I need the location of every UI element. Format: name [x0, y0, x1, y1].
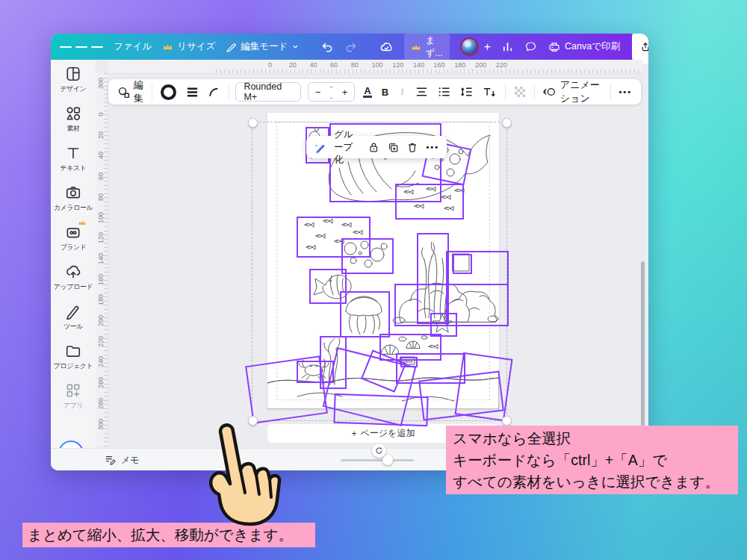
sidebar-item-design[interactable]: デザイン	[51, 60, 96, 99]
selection-handle-bottom-right[interactable]	[502, 416, 512, 426]
hamburger-menu-icon[interactable]	[60, 44, 103, 50]
plus-icon: +	[352, 429, 357, 439]
magic-edit-icon[interactable]	[314, 141, 326, 154]
selection-handle-top-right[interactable]	[502, 118, 512, 128]
crown-icon	[78, 219, 87, 226]
selection-box-fish-school-b[interactable]	[395, 184, 464, 220]
color-ring-button[interactable]	[159, 83, 178, 102]
selection-box-bubbles-c[interactable]	[341, 238, 394, 274]
ruler-number: 0	[97, 109, 105, 119]
share-button[interactable]: 共有	[632, 34, 648, 63]
comment-button[interactable]	[524, 40, 537, 53]
sidebar-item-label: アップロード	[54, 282, 93, 292]
ruler-number: 60	[97, 171, 105, 181]
animation-button[interactable]: アニメーション	[542, 77, 604, 107]
font-size-stepper[interactable]: − -- +	[308, 82, 356, 102]
transparency-button[interactable]	[512, 84, 527, 99]
selection-box-sand-6[interactable]	[454, 352, 512, 422]
pointing-hand-graphic	[196, 418, 287, 530]
more-options-button[interactable]: •••	[617, 86, 633, 98]
italic-button[interactable]: I	[397, 84, 407, 99]
selection-box-sand-4[interactable]	[333, 393, 428, 426]
ruler-number: 280	[97, 399, 105, 409]
increase-font-button[interactable]: +	[342, 87, 348, 98]
edit-mode-menu[interactable]: 編集モード	[226, 40, 300, 53]
ruler-number: 160	[97, 275, 105, 285]
align-button[interactable]	[414, 84, 430, 99]
sidebar-item-elements[interactable]: 素材	[51, 99, 96, 139]
text-icon	[65, 145, 81, 161]
resize-menu[interactable]: リサイズ	[162, 40, 215, 53]
sidebar-item-label: アプリ	[63, 401, 83, 411]
camera-roll-icon	[65, 184, 81, 201]
group-button[interactable]: グループ化	[334, 128, 360, 167]
ruler-number: 300	[97, 78, 105, 89]
notes-icon	[105, 455, 117, 465]
stroke-style-button[interactable]	[185, 85, 200, 99]
ruler-number: 100	[372, 61, 383, 69]
more-actions-button[interactable]: •••	[426, 143, 439, 152]
printer-icon	[548, 40, 561, 53]
sidebar-item-apps[interactable]: アプリ	[51, 376, 96, 416]
undo-button[interactable]	[320, 40, 334, 54]
insights-button[interactable]	[501, 40, 514, 53]
sidebar-item-uploads[interactable]: アップロード	[51, 258, 96, 297]
edit-icon	[117, 86, 130, 99]
sidebar-item-tools[interactable]: ツール	[51, 297, 96, 337]
duplicate-icon[interactable]	[387, 141, 399, 153]
elements-icon	[65, 105, 81, 122]
spacing-button[interactable]	[459, 84, 474, 99]
divider	[505, 84, 506, 99]
sidebar-item-camera-roll[interactable]: カメラロール	[51, 178, 96, 218]
animation-icon	[543, 86, 557, 98]
sidebar-item-label: デザイン	[60, 84, 86, 94]
selection-box-sand-1[interactable]	[245, 355, 328, 423]
decrease-font-button[interactable]: −	[315, 87, 321, 98]
ruler-number: 120	[97, 233, 105, 243]
sidebar-item-label: 素材	[66, 124, 79, 134]
pencil-icon	[226, 41, 237, 52]
zoom-slider[interactable]	[341, 459, 414, 461]
tools-icon	[65, 303, 81, 320]
sidebar-item-brand[interactable]: ブランド	[51, 218, 96, 258]
delete-icon[interactable]	[406, 141, 418, 153]
rotate-handle[interactable]	[372, 444, 386, 458]
selection-context-toolbar: グループ化 •••	[306, 136, 447, 158]
redo-button[interactable]	[344, 40, 358, 54]
selection-box-jellyfish[interactable]	[340, 291, 390, 337]
ruler-vertical: 3000204060801001201401601802002202402602…	[96, 73, 108, 447]
edit-image-button[interactable]: 編集	[116, 77, 145, 107]
apps-icon	[65, 382, 81, 399]
bold-button[interactable]: B	[380, 85, 390, 99]
sidebar-item-text[interactable]: テキスト	[51, 139, 96, 178]
print-button[interactable]: Canvaで印刷	[548, 40, 620, 53]
selection-handle-top-left[interactable]	[248, 118, 258, 128]
add-member-button[interactable]: +	[484, 40, 491, 54]
font-family-select[interactable]: Rounded M+	[235, 82, 300, 102]
ruler-number: 220	[97, 337, 105, 347]
text-transform-button[interactable]	[481, 84, 498, 99]
account-group: +	[460, 37, 491, 56]
ruler-number: 80	[351, 61, 359, 69]
file-menu[interactable]: ファイル	[114, 40, 152, 53]
sidebar-item-label: ツール	[63, 322, 83, 332]
ruler-number: 220	[496, 61, 507, 69]
ruler-number: 20	[289, 61, 297, 69]
avatar[interactable]	[460, 37, 479, 56]
notes-button[interactable]: メモ	[105, 454, 140, 467]
ruler-number: 0	[268, 61, 272, 69]
line-curve-button[interactable]	[207, 85, 222, 99]
list-button[interactable]	[436, 84, 452, 99]
zoom-slider-knob[interactable]	[382, 455, 393, 465]
ruler-number: 260	[97, 378, 105, 388]
lock-icon[interactable]	[368, 141, 379, 153]
sidebar-item-projects[interactable]: プロジェクト	[51, 337, 96, 376]
trial-button[interactable]: まず...	[404, 34, 449, 63]
canva-window: ファイル リサイズ 編集モード まず... +	[51, 34, 648, 470]
sidebar-item-label: カメラロール	[54, 203, 93, 213]
ruler-number: 160	[434, 61, 445, 69]
projects-icon	[65, 343, 81, 359]
color-donut-icon	[161, 84, 176, 100]
font-color-button[interactable]: A	[362, 84, 373, 99]
selection-box-sponge[interactable]	[453, 254, 472, 274]
